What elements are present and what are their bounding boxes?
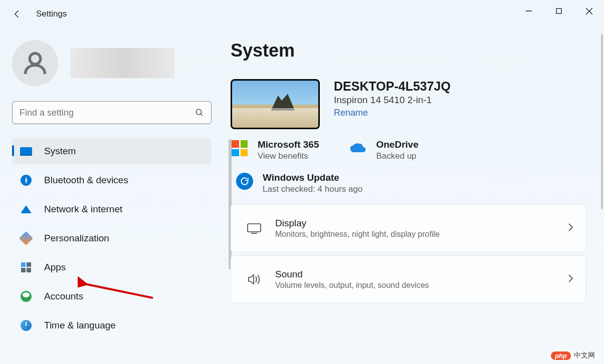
rename-link[interactable]: Rename bbox=[334, 108, 368, 118]
maximize-button[interactable] bbox=[544, 0, 574, 22]
back-button[interactable] bbox=[8, 5, 26, 23]
item-title: Sound bbox=[275, 269, 567, 280]
bluetooth-icon: ᚼ bbox=[20, 174, 32, 186]
paintbrush-icon bbox=[20, 232, 32, 244]
onedrive-card[interactable]: OneDrive Backed up bbox=[349, 139, 418, 161]
sidebar-item-label: System bbox=[44, 146, 76, 157]
main-scrollbar[interactable] bbox=[601, 34, 603, 209]
sidebar-item-personalization[interactable]: Personalization bbox=[12, 225, 212, 251]
sidebar-item-label: Accounts bbox=[44, 291, 83, 302]
close-icon bbox=[586, 8, 592, 15]
device-name: DESKTOP-4L537JQ bbox=[334, 79, 451, 94]
window-title: Settings bbox=[36, 9, 67, 19]
sidebar-item-label: Apps bbox=[44, 262, 66, 273]
main-content: System DESKTOP-4L537JQ Inspiron 14 5410 … bbox=[231, 28, 604, 364]
chevron-right-icon bbox=[567, 223, 573, 234]
minimize-icon bbox=[526, 8, 532, 14]
sidebar-item-system[interactable]: System bbox=[12, 138, 212, 164]
person-icon bbox=[22, 50, 48, 76]
device-model: Inspiron 14 5410 2-in-1 bbox=[334, 95, 451, 106]
sidebar-item-label: Network & internet bbox=[44, 204, 122, 215]
svg-point-4 bbox=[30, 54, 41, 65]
card-title: OneDrive bbox=[376, 139, 418, 150]
sidebar: System ᚼ Bluetooth & devices Network & i… bbox=[0, 28, 231, 364]
microsoft-logo-icon bbox=[231, 139, 249, 157]
item-title: Display bbox=[275, 218, 567, 229]
account-icon bbox=[20, 290, 32, 302]
svg-line-6 bbox=[200, 114, 203, 116]
svg-line-3 bbox=[586, 8, 592, 15]
watermark-text: 中文网 bbox=[574, 351, 595, 360]
sync-icon bbox=[236, 172, 254, 190]
card-sub: Backed up bbox=[376, 151, 418, 161]
display-icon bbox=[243, 223, 265, 234]
sidebar-item-network[interactable]: Network & internet bbox=[12, 196, 212, 222]
sidebar-item-time-language[interactable]: Time & language bbox=[12, 312, 212, 338]
apps-icon bbox=[20, 261, 32, 273]
avatar bbox=[12, 40, 58, 86]
sidebar-item-label: Time & language bbox=[44, 320, 116, 331]
minimize-button[interactable] bbox=[514, 0, 544, 22]
svg-line-2 bbox=[586, 8, 592, 15]
nav-list: System ᚼ Bluetooth & devices Network & i… bbox=[12, 138, 223, 338]
sidebar-item-label: Personalization bbox=[44, 233, 109, 244]
sidebar-item-bluetooth[interactable]: ᚼ Bluetooth & devices bbox=[12, 167, 212, 193]
settings-item-display[interactable]: Display Monitors, brightness, night ligh… bbox=[231, 204, 586, 252]
page-title: System bbox=[231, 40, 586, 61]
svg-point-5 bbox=[196, 109, 202, 115]
wifi-icon bbox=[20, 203, 32, 215]
card-sub: View benefits bbox=[258, 151, 319, 161]
desktop-thumbnail[interactable] bbox=[231, 79, 320, 129]
microsoft-365-card[interactable]: Microsoft 365 View benefits bbox=[231, 139, 319, 161]
search-box[interactable] bbox=[12, 101, 212, 124]
sidebar-item-label: Bluetooth & devices bbox=[44, 175, 128, 186]
window-controls bbox=[514, 0, 604, 22]
watermark-logo: php bbox=[551, 351, 571, 360]
search-input[interactable] bbox=[20, 108, 195, 118]
item-sub: Monitors, brightness, night light, displ… bbox=[275, 230, 567, 239]
system-icon bbox=[20, 145, 32, 157]
maximize-icon bbox=[556, 8, 562, 14]
onedrive-cloud-icon bbox=[349, 139, 367, 157]
svg-rect-7 bbox=[248, 224, 261, 232]
profile-block[interactable] bbox=[12, 40, 231, 86]
item-sub: Volume levels, output, input, sound devi… bbox=[275, 281, 567, 290]
watermark: php 中文网 bbox=[548, 350, 598, 361]
settings-item-sound[interactable]: Sound Volume levels, output, input, soun… bbox=[231, 255, 586, 303]
arrow-left-icon bbox=[12, 9, 22, 19]
chevron-right-icon bbox=[567, 274, 573, 285]
close-button[interactable] bbox=[574, 0, 604, 22]
device-block: DESKTOP-4L537JQ Inspiron 14 5410 2-in-1 … bbox=[231, 79, 586, 129]
search-icon bbox=[195, 108, 204, 117]
sidebar-item-accounts[interactable]: Accounts bbox=[12, 283, 212, 309]
svg-rect-1 bbox=[556, 9, 561, 14]
card-sub: Last checked: 4 hours ago bbox=[263, 184, 362, 194]
sound-icon bbox=[243, 273, 265, 285]
card-title: Windows Update bbox=[263, 172, 362, 183]
windows-update-card[interactable]: Windows Update Last checked: 4 hours ago bbox=[236, 172, 586, 194]
sidebar-item-apps[interactable]: Apps bbox=[12, 254, 212, 280]
user-name-redacted bbox=[70, 48, 174, 78]
clock-globe-icon bbox=[20, 319, 32, 331]
card-title: Microsoft 365 bbox=[258, 139, 319, 150]
